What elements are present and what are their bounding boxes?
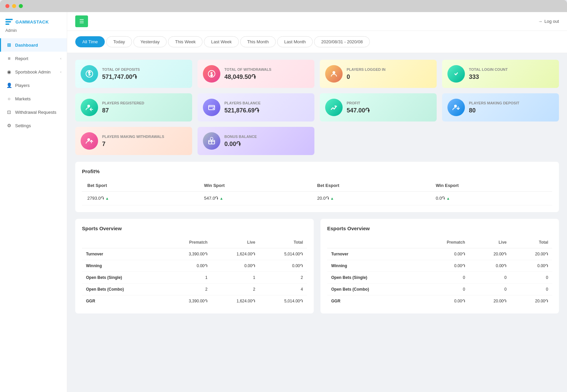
esports-col-prematch: Prematch [417, 237, 469, 248]
esports-col-live: Live [469, 237, 511, 248]
esports-row-open-combo: Open Bets (Combo) 0 0 0 [327, 284, 552, 295]
profit-label: PROFIT [347, 101, 431, 105]
sports-row-open-single: Open Bets (Single) 1 1 2 [82, 272, 307, 284]
profit-title: Profit% [82, 168, 552, 174]
esports-total-open-combo: 0 [511, 284, 552, 295]
esports-prematch-open-single: 0 [417, 272, 469, 284]
sidebar-item-settings[interactable]: ⚙ Settings [0, 119, 67, 132]
esports-prematch-turnover: 0.00֏ [417, 248, 469, 260]
maximize-dot[interactable] [19, 4, 23, 8]
markets-icon: ○ [6, 96, 12, 101]
filter-this-month[interactable]: This Month [240, 36, 276, 47]
making-withdrawals-info: PLAYERS MAKING WITHDRAWALS 7 [102, 134, 187, 147]
dashboard-icon: ⊞ [6, 42, 12, 48]
sidebar-item-markets[interactable]: ○ Markets [0, 92, 67, 105]
registered-icon [81, 99, 98, 116]
sidebar-item-withdrawal[interactable]: ⊡ Withdrawal Requests [0, 105, 67, 119]
profit-col-bet-sport: Bet Sport [82, 180, 199, 192]
svg-point-6 [87, 105, 90, 107]
profit-value: 547.00֏ [347, 107, 431, 114]
card-players-making-deposit: PLAYERS MAKING DEPOSIT 80 [442, 93, 559, 121]
sidebar-label-settings: Settings [15, 123, 31, 128]
esports-live-turnover: 20.00֏ [469, 248, 511, 260]
profit-bet-sport: 2793.0֏ ▲ [82, 192, 199, 205]
logo-bar-3 [5, 23, 9, 25]
svg-point-4 [333, 71, 335, 74]
minimize-dot[interactable] [12, 4, 16, 8]
balance-icon [203, 99, 220, 116]
making-deposit-icon [447, 99, 465, 116]
esports-total-open-single: 0 [511, 272, 552, 284]
logo-text: GAMMASTACK [15, 19, 49, 24]
sidebar-item-report[interactable]: ≡ Report ‹ [0, 52, 67, 65]
players-icon: 👤 [6, 83, 12, 88]
esports-label-turnover: Turnover [327, 248, 417, 260]
sidebar-item-players[interactable]: 👤 Players [0, 79, 67, 92]
hamburger-button[interactable]: ☰ [75, 15, 88, 27]
making-deposit-value: 80 [469, 107, 554, 114]
registered-info: PLAYERS REGISTERED 87 [102, 101, 187, 114]
filter-this-week[interactable]: This Week [168, 36, 203, 47]
sports-col-prematch: Prematch [164, 237, 212, 248]
logo-bar-2 [5, 21, 11, 22]
svg-point-11 [87, 138, 90, 141]
close-dot[interactable] [5, 4, 9, 8]
card-bonus-balance: BONUS BALANCE 0.00֏ [198, 127, 314, 155]
sports-total-open-combo: 4 [259, 284, 307, 295]
overview-grid: Sports Overview Prematch Live Total [75, 219, 559, 320]
filter-today[interactable]: Today [106, 36, 132, 47]
logo-icon [5, 19, 13, 25]
sidebar-item-sportsbook[interactable]: ◉ Sportsbook Admin ‹ [0, 65, 67, 79]
esports-prematch-ggr: 0.00֏ [417, 295, 469, 307]
svg-point-9 [335, 105, 336, 107]
svg-point-10 [454, 105, 457, 107]
esports-label-ggr: GGR [327, 295, 417, 307]
filter-custom-date[interactable]: 2020/08/31 - 2020/08 [314, 36, 370, 47]
bonus-info: BONUS BALANCE 0.00֏ [224, 134, 309, 147]
deposits-info: TOTAL OF DEPOSITS 571,747.00֏ [102, 67, 187, 80]
filter-last-month[interactable]: Last Month [277, 36, 313, 47]
sports-prematch-winning: 0.00֏ [164, 260, 212, 272]
esports-live-open-single: 0 [469, 272, 511, 284]
topbar: ☰ → Log out [67, 12, 567, 31]
stats-row-2: PLAYERS REGISTERED 87 PLAYERS BALANCE 52… [75, 93, 559, 121]
bonus-icon [203, 132, 220, 150]
sports-live-winning: 0.00֏ [212, 260, 259, 272]
players-logged-label: PLAYERS LOGGED IN [347, 67, 431, 72]
sports-live-open-combo: 2 [212, 284, 259, 295]
withdrawals-info: TOTAL OF WITHDRAWALS 48,049.50֏ [224, 67, 309, 80]
filter-all-time[interactable]: All Time [75, 36, 105, 47]
sidebar-item-dashboard[interactable]: ⊞ Dashboard [0, 38, 67, 52]
logo-name: GAMMASTACK [15, 19, 49, 24]
filter-yesterday[interactable]: Yesterday [133, 36, 167, 47]
sports-label-turnover: Turnover [82, 248, 164, 260]
making-deposit-label: PLAYERS MAKING DEPOSIT [469, 101, 554, 105]
logout-label: Log out [544, 19, 559, 24]
sports-row-turnover: Turnover 3,390.00֏ 1,624.00֏ 5,014.00֏ [82, 248, 307, 260]
sidebar-nav: ⊞ Dashboard ≡ Report ‹ ◉ Sportsbook Admi… [0, 38, 67, 132]
sidebar-label-withdrawal: Withdrawal Requests [15, 110, 56, 115]
report-icon: ≡ [6, 56, 12, 61]
esports-total-turnover: 20.00֏ [511, 248, 552, 260]
logout-button[interactable]: → Log out [538, 19, 559, 24]
profit-col-win-esport: Win Esport [430, 180, 552, 192]
sports-total-winning: 0.00֏ [259, 260, 307, 272]
withdrawals-icon: $ [203, 65, 220, 83]
players-logged-info: PLAYERS LOGGED IN 0 [347, 67, 431, 80]
sports-row-ggr: GGR 3,390.00֏ 1,624.00֏ 5,014.00֏ [82, 295, 307, 307]
logo: GAMMASTACK [0, 12, 67, 28]
card-players-balance: PLAYERS BALANCE 521,876.69֏ [198, 93, 314, 121]
sports-total-ggr: 5,014.00֏ [259, 295, 307, 307]
esports-overview-table: Prematch Live Total Turnover 0.00֏ 20.00… [327, 237, 552, 307]
esports-col-empty [327, 237, 417, 248]
players-logged-icon [325, 65, 343, 83]
sidebar-label-sportsbook: Sportsbook Admin [15, 69, 51, 75]
esports-prematch-open-combo: 0 [417, 284, 469, 295]
esports-live-ggr: 20.00֏ [469, 295, 511, 307]
registered-label: PLAYERS REGISTERED [102, 101, 187, 105]
esports-total-winning: 0.00֏ [511, 260, 552, 272]
settings-icon: ⚙ [6, 123, 12, 128]
trend-up-icon-3: ▲ [330, 196, 334, 200]
filter-last-week[interactable]: Last Week [204, 36, 238, 47]
sports-overview-section: Sports Overview Prematch Live Total [75, 219, 314, 313]
